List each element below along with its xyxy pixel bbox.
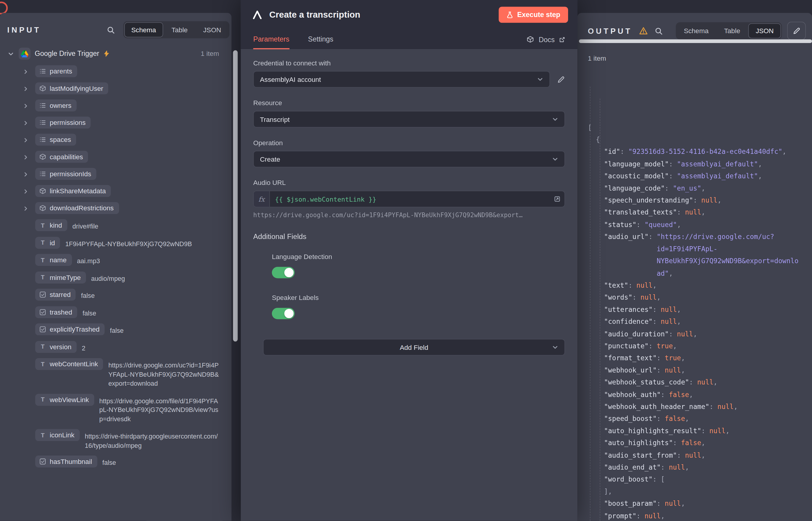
field-pill[interactable]: linkShareMetadata — [35, 185, 111, 197]
schema-field-starred[interactable]: starredfalse — [23, 286, 229, 303]
field-pill[interactable]: Tkind — [35, 219, 67, 231]
json-line: "prompt": null, — [588, 509, 812, 521]
language-detection-toggle[interactable] — [272, 267, 295, 278]
list-type-icon — [40, 136, 46, 143]
schema-field-name[interactable]: Tnameaai.mp3 — [23, 251, 229, 269]
add-field-button[interactable]: Add Field — [263, 339, 565, 356]
expand-toggle[interactable] — [23, 151, 35, 160]
schema-field-capabilities[interactable]: capabilities — [23, 148, 229, 165]
schema-field-id[interactable]: Tid1F9i4PYFApL-NYBeUkhF9XjG7Q92wND9B — [23, 234, 229, 251]
output-tab-json[interactable]: JSON — [748, 23, 781, 38]
schema-field-version[interactable]: Tversion2 — [23, 338, 229, 356]
input-items-count: 1 item — [200, 50, 219, 58]
resource-select[interactable]: Transcript — [253, 111, 565, 128]
search-icon[interactable] — [654, 27, 663, 35]
expand-toggle — [23, 236, 35, 240]
expand-toggle[interactable] — [23, 99, 35, 109]
schema-field-downloadRestrictions[interactable]: downloadRestrictions — [23, 200, 229, 217]
field-pill[interactable]: Tname — [35, 254, 72, 266]
schema-field-webContentLink[interactable]: TwebContentLinkhttps://drive.google.com/… — [23, 356, 229, 391]
open-expression-editor-icon[interactable] — [550, 191, 565, 207]
schema-field-iconLink[interactable]: TiconLinkhttps://drive-thirdparty.google… — [23, 427, 229, 453]
schema-field-owners[interactable]: owners — [23, 97, 229, 114]
field-pill[interactable]: permissions — [35, 116, 91, 129]
expand-toggle[interactable] — [23, 202, 35, 211]
schema-field-linkShareMetadata[interactable]: linkShareMetadata — [23, 183, 229, 200]
execute-step-button[interactable]: Execute step — [499, 7, 568, 23]
object-type-icon — [40, 188, 46, 195]
input-panel-header: INPUT SchemaTableJSON — [7, 21, 229, 38]
schema-field-permissionIds[interactable]: permissionIds — [23, 165, 229, 182]
chevron-down-icon[interactable] — [7, 50, 14, 57]
output-json-view[interactable]: [ { "id": "923516d3-5152-4116-b42a-ec0e4… — [588, 73, 812, 521]
package-cube-icon[interactable] — [527, 36, 534, 43]
operation-select[interactable]: Create — [253, 151, 565, 167]
expand-toggle[interactable] — [23, 134, 35, 143]
credential-select[interactable]: AssemblyAI account — [253, 71, 550, 88]
expand-toggle[interactable] — [23, 185, 35, 194]
schema-field-permissions[interactable]: permissions — [23, 114, 229, 131]
output-horizontal-scrollbar[interactable] — [579, 40, 812, 43]
json-line: "format_text": true, — [588, 352, 812, 364]
input-tab-schema[interactable]: Schema — [124, 22, 163, 37]
field-pill[interactable]: TwebContentLink — [35, 358, 103, 370]
schema-node-google-drive-trigger[interactable]: Google Drive Trigger 1 item — [7, 48, 229, 60]
trigger-node-name[interactable]: Google Drive Trigger — [34, 50, 99, 58]
schema-field-kind[interactable]: Tkinddrive#file — [23, 217, 229, 234]
field-pill[interactable]: owners — [35, 99, 77, 111]
field-pill[interactable]: downloadRestrictions — [35, 202, 119, 214]
expand-toggle[interactable] — [23, 168, 35, 177]
schema-field-webViewLink[interactable]: TwebViewLinkhttps://drive.google.com/fil… — [23, 391, 229, 427]
schema-field-parents[interactable]: parents — [23, 63, 229, 80]
schema-field-hasThumbnail[interactable]: hasThumbnailfalse — [23, 453, 229, 470]
expand-toggle[interactable] — [23, 65, 35, 75]
field-pill[interactable]: explicitlyTrashed — [35, 323, 105, 335]
modal-tab-parameters[interactable]: Parameters — [253, 29, 289, 49]
warning-triangle-icon — [639, 27, 647, 35]
field-pill[interactable]: spaces — [35, 134, 76, 146]
input-panel-scrollbar[interactable] — [233, 50, 238, 341]
external-link-icon[interactable] — [559, 37, 565, 42]
field-pill[interactable]: hasThumbnail — [35, 456, 97, 468]
json-line: "punctuate": true, — [588, 340, 812, 352]
schema-field-spaces[interactable]: spaces — [23, 131, 229, 148]
output-panel-header: OUTPUT SchemaTableJSON — [588, 22, 806, 40]
additional-fields-title: Additional Fields — [253, 232, 565, 241]
input-view-tabs: SchemaTableJSON — [123, 21, 229, 38]
field-pill[interactable]: TwebViewLink — [35, 394, 94, 406]
output-tab-table[interactable]: Table — [717, 23, 747, 38]
edit-output-button[interactable] — [787, 22, 806, 40]
expand-toggle[interactable] — [23, 116, 35, 126]
search-icon[interactable] — [106, 26, 115, 34]
field-value: https://drive.google.com/file/d/1F9i4PYF… — [99, 394, 229, 424]
output-tab-schema[interactable]: Schema — [676, 23, 716, 38]
field-value: false — [81, 289, 229, 301]
expression-text[interactable]: {{ $json.webContentLink }} — [270, 191, 550, 207]
field-pill[interactable]: lastModifyingUser — [35, 83, 109, 94]
schema-field-lastModifyingUser[interactable]: lastModifyingUser — [23, 80, 229, 97]
field-name: mimeType — [50, 273, 81, 281]
schema-field-mimeType[interactable]: TmimeTypeaudio/mpeg — [23, 269, 229, 286]
field-pill[interactable]: starred — [35, 289, 76, 300]
field-pill[interactable]: Tid — [35, 236, 60, 249]
field-pill[interactable]: Tversion — [35, 341, 77, 353]
field-name: lastModifyingUser — [50, 85, 103, 92]
modal-tab-settings[interactable]: Settings — [308, 29, 333, 49]
field-pill[interactable]: trashed — [35, 306, 77, 318]
speaker-labels-toggle[interactable] — [272, 308, 295, 319]
schema-field-trashed[interactable]: trashedfalse — [23, 303, 229, 321]
docs-link[interactable]: Docs — [539, 36, 554, 43]
json-line: "webhook_auth_header_name": null, — [588, 401, 812, 413]
object-type-icon — [40, 85, 46, 92]
field-pill[interactable]: TmimeType — [35, 271, 86, 283]
input-tab-table[interactable]: Table — [164, 22, 195, 37]
audio-url-expression-input[interactable]: fx {{ $json.webContentLink }} — [253, 190, 565, 207]
field-pill[interactable]: parents — [35, 65, 77, 77]
expand-toggle[interactable] — [23, 83, 35, 92]
field-pill[interactable]: permissionIds — [35, 168, 96, 180]
field-pill[interactable]: capabilities — [35, 151, 88, 163]
field-pill[interactable]: TiconLink — [35, 429, 80, 441]
schema-field-explicitlyTrashed[interactable]: explicitlyTrashedfalse — [23, 321, 229, 338]
edit-credential-pencil-icon[interactable] — [557, 75, 565, 83]
input-tab-json[interactable]: JSON — [196, 22, 229, 37]
